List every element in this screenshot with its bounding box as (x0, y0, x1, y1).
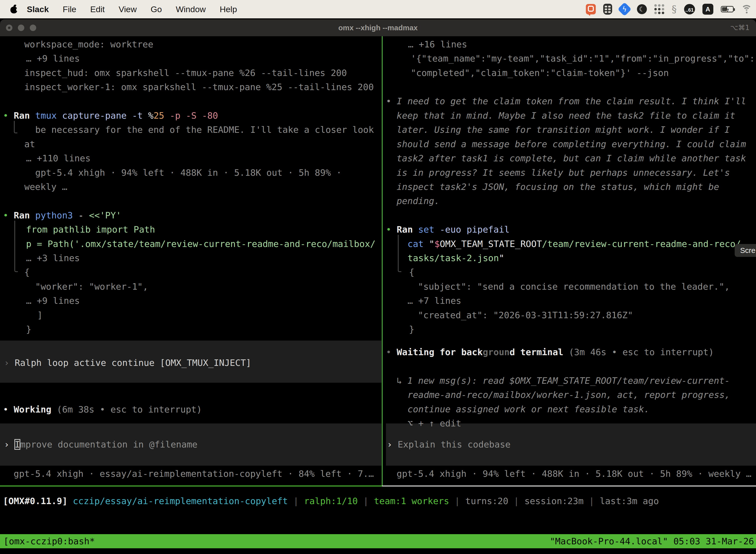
terminal-window: omx --xhigh --madmax ⌥⌘1 workspace_mode:… (0, 19, 756, 554)
output-usage-2: weekly … (24, 180, 67, 194)
tmux-host-clock-label: "MacBook-Pro-44.local" 05:03 31-Mar-26 (550, 534, 754, 548)
menu-item-view[interactable]: View (119, 4, 137, 14)
cmd-cat-task-2: tasks/task-2.json" (407, 251, 504, 265)
output-collapsed-3: … +3 lines (26, 251, 80, 265)
pane-right[interactable]: … +16 lines'{"team_name":"my-team","task… (386, 36, 756, 486)
shield-grid-icon[interactable] (603, 4, 612, 15)
window-shortcut-badge: ⌥⌘1 (730, 19, 750, 36)
menu-app-name[interactable]: Slack (27, 4, 49, 14)
blue-bolt-icon[interactable]: ϟ (618, 2, 632, 16)
cmd-tmux-capture: • Ran tmux capture-pane -t %25 -p -S -80 (3, 108, 218, 123)
working-status-line: • Working (6m 38s • esc to interrupt) (3, 402, 202, 417)
json-close-bracket: ] (37, 308, 43, 322)
thinking-line-5: task2 after task1 is complete, but can I… (397, 151, 746, 165)
mailbox-msg-2: readme-and-reco/mailbox/worker-1.json, a… (407, 388, 730, 402)
menu-status-icons: ϟ ☾ § ..61 A ϟ (586, 0, 752, 18)
json-subject: "subject": "send a concise recommendatio… (418, 279, 730, 294)
output-readme-1: be necessary for the end of the README. … (35, 123, 374, 137)
screen-share-icon[interactable] (586, 4, 596, 14)
menu-bar: Slack FileEditViewGoWindowHelp ϟ ☾ § ..6… (0, 0, 756, 18)
timer-badge[interactable]: ..61 (684, 4, 695, 14)
window-title: omx --xhigh --madmax (0, 19, 756, 36)
code-path: p = Path('.omx/state/team/review-current… (26, 237, 376, 251)
output-claim-json-2: "completed","claim_token":"claim-token"}… (411, 66, 669, 80)
menu-item-edit[interactable]: Edit (90, 4, 105, 14)
json-created-at: "created_at": "2026-03-31T11:59:27.816Z" (418, 308, 633, 322)
pane-bottom-separator-right (382, 486, 756, 487)
prompt-input-left[interactable]: › Improve documentation in @filename (4, 437, 197, 451)
cmd-set-pipefail: • Ran set -euo pipefail (386, 222, 510, 236)
terminal-content: workspace_mode: worktree… +9 linesinspec… (0, 36, 756, 486)
apple-menu-icon[interactable] (10, 5, 18, 13)
squiggle-icon[interactable]: § (672, 3, 677, 15)
thinking-line-1: • I need to get the claim token from the… (386, 94, 746, 108)
mailbox-msg-1: ↳ 1 new msg(s): read $OMX_TEAM_STATE_ROO… (397, 374, 730, 388)
json-worker: "worker": "worker-1", (35, 279, 148, 294)
battery-icon[interactable]: ϟ (721, 6, 734, 12)
output-collapsed: … +9 lines (26, 51, 80, 65)
cmd-python3: • Ran python3 - <<'PY' (3, 208, 121, 222)
prompt-input-right[interactable]: › Explain this codebase (387, 437, 511, 451)
output-readme-2: at (24, 137, 35, 151)
thinking-line-7: inspect task2's JSON, focusing on the st… (397, 180, 719, 194)
output-collapsed-16: … +16 lines (408, 37, 467, 51)
menu-item-help[interactable]: Help (220, 4, 237, 14)
json-close-brace-r: } (409, 322, 415, 336)
thinking-line-3: later. Using the same for transition mig… (397, 123, 730, 137)
output-inspect-worker: inspect_worker-1: omx sparkshell --tmux-… (24, 80, 374, 94)
output-collapsed-7: … +7 lines (407, 294, 461, 308)
moon-icon[interactable]: ☾ (637, 4, 647, 14)
cmd-cat-task: cat "$OMX_TEAM_STATE_ROOT/team/review-cu… (407, 237, 741, 251)
output-claim-json-1: '{"team_name":"my-team","task_id":"1","f… (411, 51, 755, 65)
model-status-right: gpt-5.4 xhigh · 94% left · 488K in · 5.1… (397, 466, 751, 481)
ralph-loop-line: › Ralph loop active continue [OMX_TMUX_I… (4, 356, 251, 370)
output-usage-1: gpt-5.4 xhigh · 94% left · 488K in · 5.1… (35, 166, 341, 180)
mailbox-msg-3: continue assigned work or next feasible … (407, 402, 649, 416)
tmux-session-label: [omx-cczip0:bash* (3, 534, 95, 548)
tree-connector (14, 121, 17, 133)
tree-connector (398, 235, 401, 272)
keyboard-badge[interactable]: A (702, 4, 713, 15)
json-open-brace: { (24, 265, 30, 279)
screen-tooltip: Scre (735, 244, 756, 257)
menu-item-file[interactable]: File (63, 4, 76, 14)
output-collapsed-9: … +9 lines (26, 294, 80, 308)
thinking-line-8: pending. (397, 194, 440, 208)
output-inspect-hud: inspect_hud: omx sparkshell --tmux-pane … (24, 66, 347, 80)
json-open-brace-r: { (409, 265, 415, 279)
window-titlebar[interactable]: omx --xhigh --madmax ⌥⌘1 (0, 19, 756, 36)
waiting-status-line: • Waiting for background terminal (3m 46… (386, 345, 714, 359)
wifi-icon[interactable] (741, 5, 752, 13)
menu-item-window[interactable]: Window (176, 4, 206, 14)
thinking-line-6: is in progress? It seems likely but perh… (397, 166, 730, 180)
thinking-line-4: should send a message before completing … (397, 137, 746, 151)
thinking-line-2: keep that in mind. Maybe I also need the… (397, 108, 735, 123)
pane-left[interactable]: workspace_mode: worktree… +9 linesinspec… (0, 36, 381, 486)
tmux-status-bar: [omx-cczip0:bash* "MacBook-Pro-44.local"… (0, 534, 756, 548)
dots-grid-icon[interactable] (654, 4, 664, 14)
output-workspace-mode: workspace_mode: worktree (24, 37, 153, 51)
model-status-left: gpt-5.4 xhigh · essay/ai-reimplementatio… (14, 466, 374, 481)
menu-item-go[interactable]: Go (150, 4, 162, 14)
pane-bottom-separator-left (0, 486, 382, 487)
menu-items: FileEditViewGoWindowHelp (49, 4, 237, 14)
edit-hint: ⌥ + ↑ edit (407, 416, 461, 430)
omx-status-line: [OMX#0.11.9] cczip/essay/ai-reimplementa… (3, 494, 659, 508)
json-close-brace: } (26, 322, 32, 336)
code-import: from pathlib import Path (26, 222, 155, 236)
pane-divider[interactable] (382, 36, 383, 486)
tree-connector (14, 221, 18, 272)
output-collapsed-110: … +110 lines (26, 151, 90, 165)
